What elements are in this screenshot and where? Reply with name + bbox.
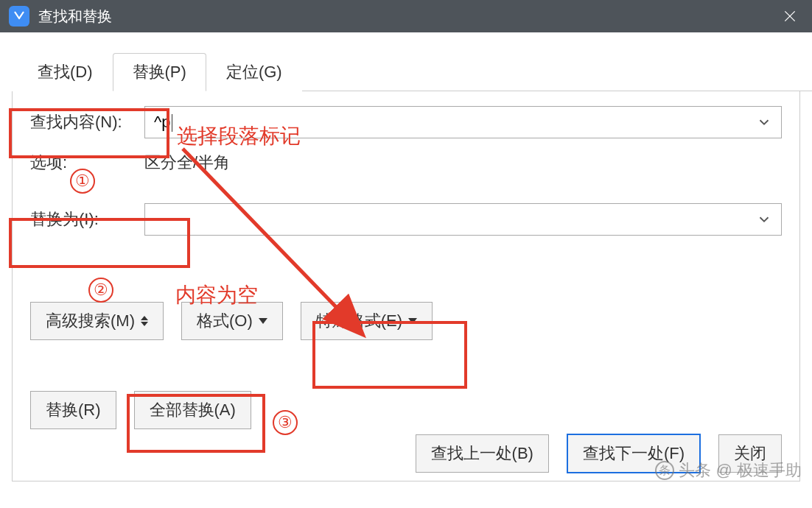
replace-button[interactable]: 替换(R) bbox=[30, 391, 116, 429]
tab-goto[interactable]: 定位(G) bbox=[206, 53, 302, 91]
find-row: 查找内容(N): ^p bbox=[30, 106, 782, 138]
window-title: 查找和替换 bbox=[38, 7, 112, 27]
footer-right-buttons: 查找上一处(B) 查找下一处(F) 关闭 bbox=[416, 434, 782, 473]
find-input[interactable]: ^p bbox=[144, 106, 782, 138]
chevron-down-icon[interactable] bbox=[756, 211, 772, 227]
advanced-search-button[interactable]: 高级搜索(M) bbox=[30, 302, 164, 340]
options-label: 选项: bbox=[30, 152, 144, 174]
replace-input[interactable] bbox=[144, 203, 782, 236]
app-icon bbox=[9, 6, 29, 27]
format-button[interactable]: 格式(O) bbox=[181, 302, 283, 340]
options-value: 区分全/半角 bbox=[144, 152, 230, 174]
expand-icon bbox=[141, 316, 148, 326]
tab-replace[interactable]: 替换(P) bbox=[113, 53, 206, 91]
find-input-value: ^p bbox=[154, 113, 756, 132]
chevron-down-icon[interactable] bbox=[756, 114, 772, 130]
tab-find[interactable]: 查找(D) bbox=[18, 53, 113, 91]
dialog-body: 查找(D) 替换(P) 定位(G) 查找内容(N): ^p 选项: 区分全/半角… bbox=[0, 53, 812, 508]
find-next-button[interactable]: 查找下一处(F) bbox=[567, 434, 701, 473]
special-format-button[interactable]: 特殊格式(E) bbox=[301, 302, 433, 340]
replace-label: 替换为(I): bbox=[30, 208, 144, 230]
footer-left-buttons: 替换(R) 全部替换(A) bbox=[30, 391, 782, 429]
options-row: 选项: 区分全/半角 bbox=[30, 152, 782, 174]
close-icon bbox=[783, 9, 797, 24]
close-dialog-button[interactable]: 关闭 bbox=[718, 434, 782, 473]
dropdown-icon bbox=[408, 318, 417, 324]
dropdown-icon bbox=[259, 318, 267, 324]
tabs: 查找(D) 替换(P) 定位(G) bbox=[18, 53, 812, 91]
close-button[interactable] bbox=[768, 0, 812, 32]
mid-buttons: 高级搜索(M) 格式(O) 特殊格式(E) bbox=[30, 302, 782, 340]
replace-row: 替换为(I): bbox=[30, 203, 782, 236]
find-label: 查找内容(N): bbox=[30, 111, 144, 133]
titlebar: 查找和替换 bbox=[0, 0, 812, 32]
find-prev-button[interactable]: 查找上一处(B) bbox=[416, 434, 549, 473]
content-panel: 查找内容(N): ^p 选项: 区分全/半角 替换为(I): bbox=[12, 91, 800, 481]
replace-all-button[interactable]: 全部替换(A) bbox=[134, 391, 251, 429]
